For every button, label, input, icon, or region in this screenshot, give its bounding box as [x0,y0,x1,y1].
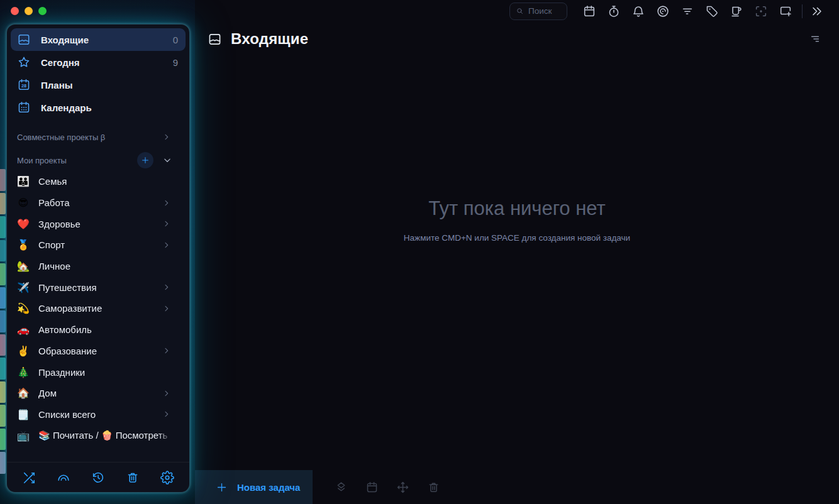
sidebar-item-today[interactable]: Сегодня9 [11,51,186,74]
strip-color-block [0,405,6,427]
strip-color-block [0,381,6,403]
strip-color-block [0,429,6,451]
project-row[interactable]: 🚗Автомобиль [7,319,189,341]
bottom-toolbar: Новая задача [195,470,839,504]
strip-color-block [0,169,6,191]
chevrons-right-icon[interactable] [810,4,824,18]
svg-text:28: 28 [21,83,26,89]
add-project-button[interactable] [137,152,153,168]
rainbow-icon[interactable] [57,471,70,485]
sort-icon[interactable] [809,33,821,45]
sidebar-item-label: Календарь [41,102,168,113]
project-emoji: ✈️ [16,282,30,293]
window-controls [11,7,47,15]
project-row[interactable]: ✈️Путешествия [7,277,189,298]
project-row[interactable]: 🏠Дом [7,383,189,404]
sidebar: Входящие0Сегодня928ПланыКалендарь Совмес… [6,24,190,493]
project-label: Дом [38,388,153,398]
minimize-window-button[interactable] [25,7,33,15]
project-label: Работа [38,197,153,208]
project-row[interactable]: ❤️Здоровье [7,213,189,234]
project-label: Саморазвитие [38,303,153,314]
page-title: Входящие [231,30,308,48]
project-row[interactable]: 👪Семья [7,171,189,192]
sidebar-item-inbox[interactable]: Входящие0 [11,28,186,51]
plus-icon [216,481,228,493]
shared-projects-label: Совместные проекты β [17,133,162,142]
project-label: Путешествия [38,282,153,293]
project-row[interactable]: 🎄Праздники [7,361,189,383]
project-list: 👪Семья😎Работа❤️Здоровье🏅Спорт🏡Личное✈️Пу… [7,171,189,462]
history-icon[interactable] [91,471,105,485]
search-input[interactable]: Поиск [509,3,567,20]
window-plus-icon[interactable] [779,4,792,18]
project-label: 📚 Почитать / 🍿 Посмотреть [38,430,172,441]
project-emoji: ✌️ [16,345,30,357]
project-row[interactable]: 💫Саморазвитие [7,298,189,319]
strip-color-block [0,240,6,262]
item-count: 9 [173,57,178,68]
layers-icon[interactable] [335,481,348,494]
sidebar-item-label: Планы [41,80,168,90]
project-label: Спорт [38,239,153,250]
project-row[interactable]: 🏡Личное [7,256,189,277]
project-label: Здоровье [38,219,153,229]
item-count: 0 [173,35,178,45]
strip-color-block [0,263,6,285]
plus-icon [141,156,150,165]
calendar-icon[interactable] [365,481,379,494]
project-label: Автомобиль [38,324,172,335]
project-emoji: 🏠 [16,387,30,399]
sidebar-item-plans[interactable]: 28Планы [11,74,186,96]
project-row[interactable]: 🗒️Списки всего [7,404,189,425]
shuffle-icon[interactable] [22,471,36,485]
focus-frame-icon[interactable] [754,4,768,18]
zoom-window-button[interactable] [38,7,47,15]
new-task-button[interactable]: Новая задача [195,470,313,504]
project-emoji: 👪 [16,175,30,187]
close-window-button[interactable] [11,7,19,15]
app-window: Поиск Входящие Тут пока ничего нет Нажми… [0,0,839,504]
inbox-icon [208,32,222,47]
calendar-grid-icon [17,101,31,114]
project-label: Праздники [38,367,172,378]
project-emoji: 🏡 [16,260,30,272]
project-label: Личное [38,261,172,271]
filter-icon[interactable] [681,4,694,18]
calendar-icon[interactable] [582,4,596,18]
chevron-right-icon [162,304,172,314]
project-row[interactable]: 🏅Спорт [7,234,189,256]
settings-icon[interactable] [160,471,174,485]
sidebar-nav: Входящие0Сегодня928ПланыКалендарь [7,25,189,119]
toolbar-separator [802,4,803,18]
move-icon[interactable] [396,481,409,494]
spiral-icon[interactable] [656,4,670,18]
chevron-right-icon [162,219,172,229]
project-emoji: 💫 [16,302,30,314]
chevron-right-icon [162,132,172,142]
strip-color-block [0,287,6,309]
project-row[interactable]: 😎Работа [7,192,189,214]
chevron-right-icon [162,388,172,398]
my-projects-row: Мои проекты [7,151,189,170]
project-label: Семья [38,176,172,187]
project-emoji: 📺 [16,430,30,442]
chevron-down-icon[interactable] [162,155,173,166]
project-emoji: 🚗 [16,324,30,336]
search-icon [516,7,524,15]
cup-icon[interactable] [730,4,743,18]
project-row[interactable]: ✌️Образование [7,341,189,362]
tag-icon[interactable] [705,4,719,18]
trash-icon[interactable] [126,471,140,485]
project-emoji: 🏅 [16,239,30,251]
chevron-right-icon [162,282,172,292]
trash-icon[interactable] [427,481,440,494]
shared-projects-row[interactable]: Совместные проекты β [7,128,189,146]
bell-icon[interactable] [631,4,645,18]
empty-state-title: Тут пока ничего нет [195,197,839,220]
empty-state-subtitle: Нажмите CMD+N или SPACE для создания нов… [195,233,839,243]
stopwatch-icon[interactable] [607,4,621,18]
project-row[interactable]: 📺📚 Почитать / 🍿 Посмотреть [7,425,189,446]
sidebar-item-calendar[interactable]: Календарь [11,96,186,119]
strip-color-block [0,334,6,356]
